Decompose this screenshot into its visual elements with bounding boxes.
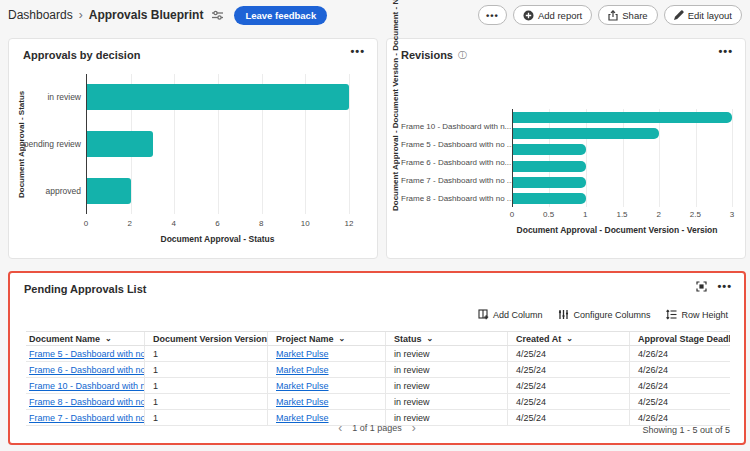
column-header[interactable]: Approval Stage Deadline⌄ <box>630 332 730 345</box>
add-column-button[interactable]: Add Column <box>478 309 543 320</box>
table-cell: Market Pulse <box>268 346 386 361</box>
column-header[interactable]: Status⌄ <box>386 332 508 345</box>
category-label: Frame 8 - Dashboard with no ... <box>401 194 512 203</box>
table-row: Frame 10 - Dashboard with no filter...1M… <box>26 378 730 394</box>
edit-layout-label: Edit layout <box>688 10 732 21</box>
rows-summary: Showing 1 - 5 out of 5 <box>642 425 730 435</box>
category-label: approved <box>23 186 86 196</box>
leave-feedback-button[interactable]: Leave feedback <box>234 6 327 25</box>
share-button[interactable]: Share <box>598 5 657 25</box>
breadcrumb-dashboards[interactable]: Dashboards <box>8 8 73 22</box>
x-tick-label: 1.5 <box>616 210 627 219</box>
document-name-link[interactable]: Frame 8 - Dashboard with no filters... <box>29 397 145 407</box>
table-row: Frame 6 - Dashboard with no filters...1M… <box>26 362 730 378</box>
chevron-down-icon[interactable]: ⌄ <box>566 334 573 343</box>
document-version-cell: 1 <box>145 346 268 361</box>
edit-layout-button[interactable]: Edit layout <box>664 5 742 25</box>
column-header[interactable]: Document Version Version⌄ <box>145 332 268 345</box>
column-header[interactable]: Created At⌄ <box>508 332 630 345</box>
plus-circle-icon <box>523 10 534 21</box>
status-cell: in review <box>386 394 508 409</box>
bar[interactable] <box>513 128 659 139</box>
row-height-button[interactable]: Row Height <box>666 309 728 320</box>
document-name-link[interactable]: Frame 10 - Dashboard with no filter... <box>29 381 145 391</box>
category-label: in review <box>23 92 86 102</box>
deadline-cell: 4/26/24 <box>630 362 730 377</box>
table-pagination: ‹ 1 of 1 pages › Showing 1 - 5 out of 5 <box>10 423 744 439</box>
bar[interactable] <box>513 144 586 155</box>
x-tick-label: 1 <box>583 210 587 219</box>
project-name-link[interactable]: Market Pulse <box>276 397 329 407</box>
column-header[interactable]: Document Name⌄ <box>26 332 145 345</box>
add-column-icon <box>478 309 489 320</box>
created-at-cell: 4/25/24 <box>508 362 630 377</box>
table-cell: Frame 10 - Dashboard with no filter... <box>26 378 145 393</box>
table-toolbar: Add Column Configure Columns Row Height <box>478 309 728 320</box>
project-name-link[interactable]: Market Pulse <box>276 413 329 423</box>
x-tick-label: 3 <box>730 210 734 219</box>
top-bar: Dashboards › Approvals Blueprint Leave f… <box>0 0 750 30</box>
x-tick-label: 0.5 <box>543 210 554 219</box>
filter-sliders-icon[interactable] <box>211 9 224 21</box>
bar[interactable] <box>87 84 349 110</box>
x-tick-label: 2 <box>128 219 132 228</box>
pending-approvals-card: Pending Approvals List ••• Add Column <box>8 271 746 445</box>
header-more-button[interactable]: ••• <box>478 5 507 25</box>
bar[interactable] <box>513 112 732 123</box>
bar[interactable] <box>513 177 586 188</box>
pending-approvals-menu-button[interactable]: ••• <box>717 280 732 292</box>
chevron-down-icon[interactable]: ⌄ <box>339 334 346 343</box>
x-tick-label: 2 <box>656 210 660 219</box>
row-height-label: Row Height <box>681 310 728 320</box>
revisions-card-menu-button[interactable]: ••• <box>718 45 733 57</box>
table-header-row: Document Name⌄Document Version Version⌄P… <box>26 331 730 346</box>
focus-widget-icon[interactable] <box>696 281 707 292</box>
document-name-link[interactable]: Frame 5 - Dashboard with no filters... <box>29 349 145 359</box>
x-tick-label: 6 <box>215 219 219 228</box>
share-label: Share <box>622 10 647 21</box>
deadline-cell: 4/26/24 <box>630 378 730 393</box>
approvals-chart: in reviewpending reviewapproved <box>23 74 349 214</box>
bar[interactable] <box>87 131 153 157</box>
created-at-cell: 4/25/24 <box>508 378 630 393</box>
configure-columns-button[interactable]: Configure Columns <box>558 309 650 320</box>
created-at-cell: 4/25/24 <box>508 394 630 409</box>
add-report-button[interactable]: Add report <box>513 5 592 25</box>
approvals-card-menu-button[interactable]: ••• <box>350 45 365 57</box>
table-cell: Frame 6 - Dashboard with no filters... <box>26 362 145 377</box>
add-report-label: Add report <box>538 10 582 21</box>
project-name-link[interactable]: Market Pulse <box>276 381 329 391</box>
next-page-button[interactable]: › <box>412 423 416 433</box>
table-cell: Market Pulse <box>268 378 386 393</box>
approvals-plot-area <box>86 74 349 214</box>
top-actions: ••• Add report Share Edit layout <box>478 5 742 25</box>
column-header[interactable]: Project Name⌄ <box>268 332 386 345</box>
table-cell: Market Pulse <box>268 362 386 377</box>
deadline-cell: 4/25/24 <box>630 394 730 409</box>
document-version-cell: 1 <box>145 362 268 377</box>
x-tick-label: 10 <box>301 219 310 228</box>
revisions-x-axis-label: Document Approval - Document Version - V… <box>492 225 742 235</box>
project-name-link[interactable]: Market Pulse <box>276 349 329 359</box>
bar[interactable] <box>87 178 131 204</box>
revisions-plot-area <box>512 109 732 207</box>
status-cell: in review <box>386 346 508 361</box>
previous-page-button[interactable]: ‹ <box>338 423 342 433</box>
revisions-x-ticks: 00.511.522.53 <box>512 210 732 220</box>
bar[interactable] <box>513 161 586 172</box>
revisions-card: Revisionsⓘ ••• Document Approval - Docum… <box>386 38 746 259</box>
table-cell: Frame 5 - Dashboard with no filters... <box>26 346 145 361</box>
approvals-card-title: Approvals by decision <box>23 49 140 61</box>
project-name-link[interactable]: Market Pulse <box>276 365 329 375</box>
category-label: Frame 5 - Dashboard with no ... <box>401 140 512 149</box>
document-name-link[interactable]: Frame 7 - Dashboard with no filters ... <box>29 413 145 423</box>
chevron-down-icon[interactable]: ⌄ <box>105 334 112 343</box>
document-name-link[interactable]: Frame 6 - Dashboard with no filters... <box>29 365 145 375</box>
bar[interactable] <box>513 193 586 204</box>
info-icon[interactable]: ⓘ <box>458 50 467 60</box>
chevron-down-icon[interactable]: ⌄ <box>427 334 434 343</box>
document-version-cell: 1 <box>145 394 268 409</box>
pencil-icon <box>674 10 684 20</box>
revisions-card-title: Revisionsⓘ <box>401 49 467 62</box>
approvals-x-axis-label: Document Approval - Status <box>86 234 349 244</box>
